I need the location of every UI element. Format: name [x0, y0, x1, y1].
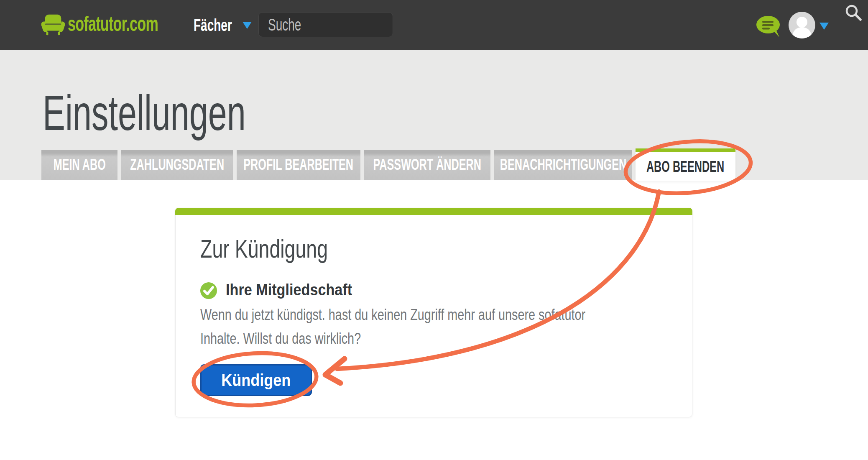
tab-abo-beenden[interactable]: ABO BEENDEN	[636, 148, 735, 181]
page: sofatutor.com Fächer	[0, 0, 868, 460]
avatar[interactable]	[789, 12, 815, 38]
cancel-subscription-button[interactable]: Kündigen	[200, 364, 312, 396]
body-line-2: Inhalte. Willst du das wirklich?	[200, 327, 585, 350]
search-icon[interactable]	[845, 4, 863, 24]
tab-profil-bearbeiten[interactable]: PROFIL BEARBEITEN	[237, 150, 360, 180]
tab-passwort-aendern[interactable]: PASSWORT ÄNDERN	[364, 150, 490, 180]
tab-zahlungsdaten[interactable]: ZAHLUNGSDATEN	[121, 150, 233, 180]
chat-bubble-icon[interactable]	[755, 15, 782, 39]
membership-section-title: Ihre Mitgliedschaft	[226, 280, 352, 299]
cancel-button-label: Kündigen	[222, 371, 291, 390]
tab-mein-abo[interactable]: MEIN ABO	[41, 150, 117, 180]
brand-logo[interactable]: sofatutor.com	[41, 14, 65, 36]
chevron-down-icon	[243, 22, 252, 29]
tab-benachrichtigungen[interactable]: BENACHRICHTIGUNGEN	[494, 150, 632, 180]
body-line-1: Wenn du jetzt kündigst. hast du keinen Z…	[200, 303, 585, 327]
search-input[interactable]	[268, 13, 356, 37]
settings-header-section: Einstellungen MEIN ABO ZAHLUNGSDATEN PRO…	[0, 50, 868, 180]
chevron-down-icon[interactable]	[819, 23, 829, 30]
nav-facher-menu[interactable]: Fächer	[194, 15, 252, 35]
page-title: Einstellungen	[43, 88, 246, 138]
membership-body-text: Wenn du jetzt kündigst. hast du keinen Z…	[200, 303, 585, 350]
search-box	[258, 12, 393, 37]
brand-name: sofatutor.com	[68, 13, 158, 34]
nav-facher-label: Fächer	[194, 15, 232, 35]
card-accent-bar	[175, 208, 692, 215]
check-circle-icon	[200, 282, 217, 299]
top-nav: sofatutor.com Fächer	[0, 0, 868, 50]
card-title: Zur Kündigung	[200, 235, 328, 263]
cancellation-card: Zur Kündigung Ihre Mitgliedschaft Wenn d…	[175, 208, 692, 417]
settings-tabs: MEIN ABO ZAHLUNGSDATEN PROFIL BEARBEITEN…	[41, 148, 735, 181]
couch-icon	[41, 14, 65, 36]
